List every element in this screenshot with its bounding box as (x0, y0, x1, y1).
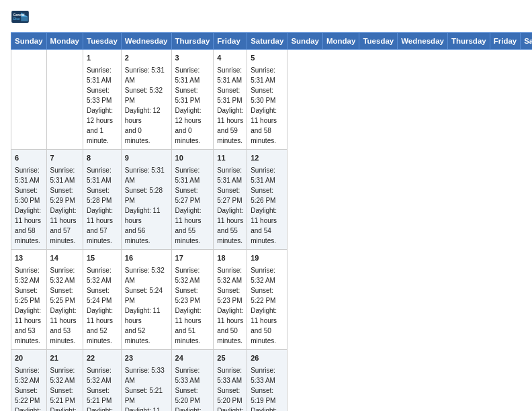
day-info: Sunrise: 5:32 AM Sunset: 5:23 PM Dayligh… (175, 265, 210, 346)
day-info: Sunrise: 5:31 AM Sunset: 5:30 PM Dayligh… (15, 165, 43, 246)
day-info: Sunrise: 5:31 AM Sunset: 5:32 PM Dayligh… (125, 65, 168, 146)
header-cell-monday: Monday (46, 33, 83, 50)
day-number: 8 (87, 153, 118, 164)
day-info: Sunrise: 5:31 AM Sunset: 5:31 PM Dayligh… (175, 65, 210, 146)
day-number: 22 (87, 353, 118, 364)
dow-header-saturday: Saturday (521, 33, 532, 50)
header-cell-sunday: Sunday (11, 33, 47, 50)
calendar-cell: 10Sunrise: 5:31 AM Sunset: 5:27 PM Dayli… (171, 149, 214, 249)
day-number: 10 (175, 153, 210, 164)
calendar-cell: 17Sunrise: 5:32 AM Sunset: 5:23 PM Dayli… (171, 249, 214, 349)
day-number: 7 (50, 153, 79, 164)
day-info: Sunrise: 5:31 AM Sunset: 5:31 PM Dayligh… (217, 65, 243, 146)
day-info: Sunrise: 5:33 AM Sunset: 5:20 PM Dayligh… (175, 365, 210, 411)
calendar-cell (11, 50, 47, 150)
calendar-cell: 2Sunrise: 5:31 AM Sunset: 5:32 PM Daylig… (121, 50, 171, 150)
calendar-cell: 3Sunrise: 5:31 AM Sunset: 5:31 PM Daylig… (171, 50, 214, 150)
day-number: 13 (15, 253, 43, 264)
calendar-body: 1Sunrise: 5:31 AM Sunset: 5:33 PM Daylig… (11, 50, 533, 412)
calendar-cell (46, 50, 83, 150)
header-cell-saturday: Saturday (247, 33, 287, 50)
calendar-cell: 15Sunrise: 5:32 AM Sunset: 5:24 PM Dayli… (83, 249, 122, 349)
header-row: SundayMondayTuesdayWednesdayThursdayFrid… (11, 33, 533, 50)
header-cell-thursday: Thursday (171, 33, 214, 50)
day-info: Sunrise: 5:32 AM Sunset: 5:24 PM Dayligh… (125, 265, 168, 346)
calendar-cell: 18Sunrise: 5:32 AM Sunset: 5:23 PM Dayli… (214, 249, 247, 349)
calendar-cell: 12Sunrise: 5:31 AM Sunset: 5:26 PM Dayli… (247, 149, 287, 249)
day-number: 5 (251, 53, 283, 64)
day-info: Sunrise: 5:33 AM Sunset: 5:19 PM Dayligh… (251, 365, 283, 411)
logo-icon: General Blue (11, 11, 30, 23)
calendar-cell: 23Sunrise: 5:33 AM Sunset: 5:21 PM Dayli… (121, 349, 171, 411)
week-row-1: 1Sunrise: 5:31 AM Sunset: 5:33 PM Daylig… (11, 50, 533, 150)
day-info: Sunrise: 5:31 AM Sunset: 5:26 PM Dayligh… (251, 165, 283, 246)
day-info: Sunrise: 5:32 AM Sunset: 5:25 PM Dayligh… (50, 265, 79, 346)
day-number: 24 (175, 353, 210, 364)
dow-header-tuesday: Tuesday (359, 33, 398, 50)
calendar-cell: 26Sunrise: 5:33 AM Sunset: 5:19 PM Dayli… (247, 349, 287, 411)
calendar-cell: 1Sunrise: 5:31 AM Sunset: 5:33 PM Daylig… (83, 50, 122, 150)
calendar-cell: 25Sunrise: 5:33 AM Sunset: 5:20 PM Dayli… (214, 349, 247, 411)
day-info: Sunrise: 5:31 AM Sunset: 5:29 PM Dayligh… (50, 165, 79, 246)
day-number: 3 (175, 53, 210, 64)
calendar-cell: 19Sunrise: 5:32 AM Sunset: 5:22 PM Dayli… (247, 249, 287, 349)
svg-text:Blue: Blue (13, 17, 20, 21)
day-number: 17 (175, 253, 210, 264)
day-number: 19 (251, 253, 283, 264)
day-info: Sunrise: 5:31 AM Sunset: 5:27 PM Dayligh… (217, 165, 243, 246)
day-info: Sunrise: 5:32 AM Sunset: 5:23 PM Dayligh… (217, 265, 243, 346)
calendar-cell: 4Sunrise: 5:31 AM Sunset: 5:31 PM Daylig… (214, 50, 247, 150)
day-number: 6 (15, 153, 43, 164)
day-info: Sunrise: 5:32 AM Sunset: 5:21 PM Dayligh… (50, 365, 79, 411)
calendar-cell: 5Sunrise: 5:31 AM Sunset: 5:30 PM Daylig… (247, 50, 287, 150)
header-cell-wednesday: Wednesday (121, 33, 171, 50)
calendar-cell: 13Sunrise: 5:32 AM Sunset: 5:25 PM Dayli… (11, 249, 47, 349)
dow-header-thursday: Thursday (447, 33, 490, 50)
day-number: 21 (50, 353, 79, 364)
week-row-3: 13Sunrise: 5:32 AM Sunset: 5:25 PM Dayli… (11, 249, 533, 349)
page-header: General Blue (11, 11, 521, 24)
day-number: 4 (217, 53, 243, 64)
calendar-cell: 7Sunrise: 5:31 AM Sunset: 5:29 PM Daylig… (46, 149, 83, 249)
calendar-cell: 8Sunrise: 5:31 AM Sunset: 5:28 PM Daylig… (83, 149, 122, 249)
calendar-cell: 20Sunrise: 5:32 AM Sunset: 5:22 PM Dayli… (11, 349, 47, 411)
day-info: Sunrise: 5:31 AM Sunset: 5:30 PM Dayligh… (251, 65, 283, 146)
calendar-cell: 16Sunrise: 5:32 AM Sunset: 5:24 PM Dayli… (121, 249, 171, 349)
day-number: 11 (217, 153, 243, 164)
dow-header-wednesday: Wednesday (398, 33, 448, 50)
day-info: Sunrise: 5:31 AM Sunset: 5:27 PM Dayligh… (175, 165, 210, 246)
day-info: Sunrise: 5:32 AM Sunset: 5:25 PM Dayligh… (15, 265, 43, 346)
calendar-cell: 24Sunrise: 5:33 AM Sunset: 5:20 PM Dayli… (171, 349, 214, 411)
day-info: Sunrise: 5:32 AM Sunset: 5:21 PM Dayligh… (87, 365, 118, 411)
calendar-cell: 9Sunrise: 5:31 AM Sunset: 5:28 PM Daylig… (121, 149, 171, 249)
calendar-cell: 21Sunrise: 5:32 AM Sunset: 5:21 PM Dayli… (46, 349, 83, 411)
day-info: Sunrise: 5:31 AM Sunset: 5:28 PM Dayligh… (125, 165, 168, 246)
day-number: 1 (87, 53, 118, 64)
calendar-header: SundayMondayTuesdayWednesdayThursdayFrid… (11, 33, 533, 50)
header-cell-friday: Friday (214, 33, 247, 50)
logo: General Blue (11, 11, 30, 24)
day-number: 12 (251, 153, 283, 164)
header-cell-tuesday: Tuesday (83, 33, 122, 50)
svg-marker-2 (21, 17, 28, 21)
calendar-cell: 6Sunrise: 5:31 AM Sunset: 5:30 PM Daylig… (11, 149, 47, 249)
dow-header-monday: Monday (322, 33, 359, 50)
day-number: 25 (217, 353, 243, 364)
day-number: 20 (15, 353, 43, 364)
day-info: Sunrise: 5:31 AM Sunset: 5:28 PM Dayligh… (87, 165, 118, 246)
day-info: Sunrise: 5:33 AM Sunset: 5:20 PM Dayligh… (217, 365, 243, 411)
svg-text:General: General (13, 13, 25, 17)
dow-header-friday: Friday (490, 33, 521, 50)
day-number: 15 (87, 253, 118, 264)
day-number: 9 (125, 153, 168, 164)
day-number: 2 (125, 53, 168, 64)
day-number: 26 (251, 353, 283, 364)
day-number: 23 (125, 353, 168, 364)
calendar-table: SundayMondayTuesdayWednesdayThursdayFrid… (11, 32, 532, 411)
day-info: Sunrise: 5:32 AM Sunset: 5:22 PM Dayligh… (251, 265, 283, 346)
calendar-cell: 14Sunrise: 5:32 AM Sunset: 5:25 PM Dayli… (46, 249, 83, 349)
week-row-4: 20Sunrise: 5:32 AM Sunset: 5:22 PM Dayli… (11, 349, 533, 411)
day-number: 18 (217, 253, 243, 264)
day-number: 16 (125, 253, 168, 264)
day-info: Sunrise: 5:31 AM Sunset: 5:33 PM Dayligh… (87, 65, 118, 146)
